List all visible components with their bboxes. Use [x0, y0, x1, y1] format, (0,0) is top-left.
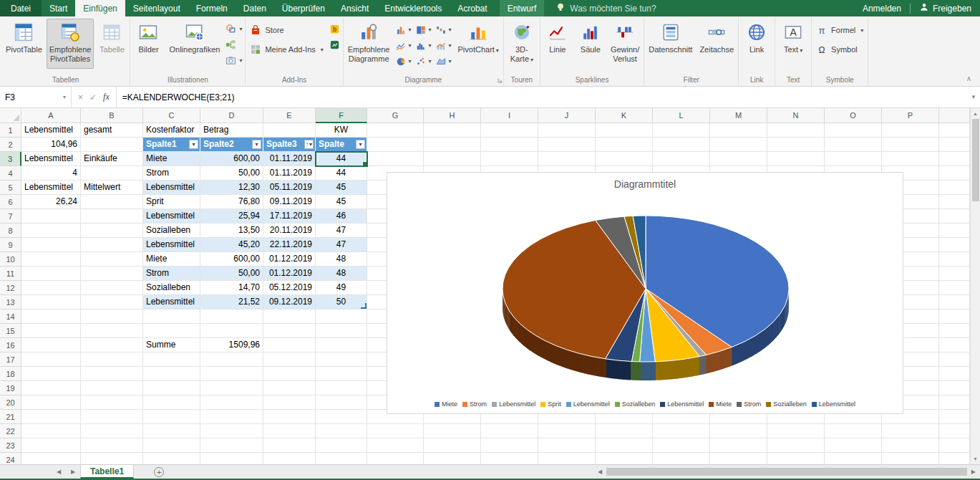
- ribbon-button-pivottable[interactable]: PivotTable: [3, 19, 45, 69]
- tab-seitenlayout[interactable]: Seitenlayout: [125, 0, 188, 16]
- cell-O24[interactable]: [825, 453, 882, 464]
- cell-B9[interactable]: [81, 238, 143, 252]
- cell-I22[interactable]: [481, 424, 538, 438]
- filter-button[interactable]: ↑▾: [304, 140, 314, 149]
- cell-H22[interactable]: [424, 424, 481, 438]
- legend-item[interactable]: Lebensmittel: [660, 400, 704, 408]
- tab-acrobat[interactable]: Acrobat: [450, 0, 495, 16]
- cell-F21[interactable]: [316, 410, 367, 424]
- cell-I2[interactable]: [481, 138, 538, 152]
- cell-N3[interactable]: [767, 152, 825, 166]
- cell-D15[interactable]: [200, 324, 263, 338]
- cell-D9[interactable]: 45,20: [200, 238, 263, 252]
- legend-item[interactable]: Sozialleben: [615, 400, 656, 408]
- cell-F6[interactable]: 45: [316, 195, 367, 209]
- tab-entwurf[interactable]: Entwurf: [500, 0, 545, 16]
- legend-item[interactable]: Strom: [462, 400, 487, 408]
- cell-E21[interactable]: [263, 410, 316, 424]
- tab-daten[interactable]: Daten: [236, 0, 274, 16]
- row-header-8[interactable]: 8: [0, 224, 21, 238]
- cell-F17[interactable]: [316, 352, 367, 367]
- cell-A8[interactable]: [21, 224, 81, 238]
- column-header-F[interactable]: F: [316, 108, 367, 123]
- column-header-I[interactable]: I: [481, 108, 538, 123]
- column-header-K[interactable]: K: [596, 108, 653, 123]
- ribbon-button-store[interactable]: Store: [247, 24, 326, 37]
- ribbon-button-onlinegrafiken[interactable]: Onlinegrafiken: [166, 19, 223, 69]
- cell-D4[interactable]: 50,00: [200, 166, 263, 181]
- ribbon-button-pivotchart[interactable]: PivotChart▾: [455, 19, 502, 69]
- formula-input[interactable]: =KALENDERWOCHE(E3;21): [117, 87, 967, 107]
- cell-F5[interactable]: 45: [316, 181, 367, 195]
- tab-start[interactable]: Start: [42, 0, 75, 16]
- cell-O22[interactable]: [825, 424, 882, 438]
- cell-E6[interactable]: 09.11.2019: [263, 195, 316, 209]
- column-header-G[interactable]: G: [367, 108, 424, 123]
- cell-I1[interactable]: [481, 123, 538, 138]
- cell-A18[interactable]: [21, 367, 81, 381]
- cell-E14[interactable]: [263, 309, 316, 324]
- cell-K3[interactable]: [596, 152, 653, 166]
- cell-B14[interactable]: [81, 309, 143, 324]
- ribbon-button-empfohlene-diagramme[interactable]: EmpfohleneDiagramme: [345, 19, 393, 69]
- cell-O2[interactable]: [825, 138, 882, 152]
- cell-K1[interactable]: [596, 123, 653, 138]
- cell-A6[interactable]: 26,24: [21, 195, 81, 209]
- cell-N23[interactable]: [767, 438, 825, 453]
- cell-B6[interactable]: [81, 195, 143, 209]
- scroll-right-icon[interactable]: ▶: [969, 469, 978, 475]
- cell-K23[interactable]: [596, 438, 653, 453]
- cell-P1[interactable]: [882, 123, 939, 138]
- ribbon-button-surface-chart[interactable]: ▾: [435, 54, 454, 69]
- ribbon-button-text[interactable]: AText▾: [777, 19, 810, 69]
- legend-item[interactable]: Miete: [709, 400, 732, 408]
- cell-A23[interactable]: [21, 438, 81, 453]
- column-header-D[interactable]: D: [200, 108, 263, 123]
- cell-D6[interactable]: 76,80: [200, 195, 263, 209]
- cell-D3[interactable]: 600,00: [200, 152, 263, 166]
- cell-B11[interactable]: [81, 267, 143, 281]
- cell-N1[interactable]: [767, 123, 825, 138]
- cell-B19[interactable]: [81, 381, 143, 395]
- cell-D13[interactable]: 21,52: [200, 295, 263, 309]
- cell-A4[interactable]: 4: [21, 166, 81, 181]
- cell-H23[interactable]: [424, 438, 481, 453]
- row-header-14[interactable]: 14: [0, 309, 21, 324]
- cell-A16[interactable]: [21, 338, 81, 352]
- ribbon-button-gewinn-verlust[interactable]: Gewinn/Verlust: [608, 19, 642, 69]
- cell-M3[interactable]: [710, 152, 767, 166]
- row-header-4[interactable]: 4: [0, 166, 21, 181]
- cell-D10[interactable]: 600,00: [200, 252, 263, 267]
- cell-D2[interactable]: Spalte2▾: [200, 138, 263, 152]
- cell-C24[interactable]: [143, 453, 200, 464]
- cell-D11[interactable]: 50,00: [200, 267, 263, 281]
- cancel-icon[interactable]: ×: [78, 92, 83, 102]
- ribbon-button-column-chart[interactable]: ▾: [394, 22, 414, 37]
- ribbon-button-meine-add-ins[interactable]: Meine Add-Ins▾: [247, 43, 326, 56]
- cell-B23[interactable]: [81, 438, 143, 453]
- cell-H24[interactable]: [424, 453, 481, 464]
- row-header-15[interactable]: 15: [0, 324, 21, 338]
- ribbon-button-shapes[interactable]: ▾: [224, 23, 243, 35]
- cell-D18[interactable]: [200, 367, 263, 381]
- cell-F15[interactable]: [316, 324, 367, 338]
- cell-F22[interactable]: [316, 424, 367, 438]
- ribbon-button-line-chart[interactable]: ▾: [394, 38, 414, 53]
- row-header-6[interactable]: 6: [0, 195, 21, 209]
- cell-C1[interactable]: Kostenfaktor: [143, 123, 200, 138]
- cell-F14[interactable]: [316, 309, 367, 324]
- cell-G23[interactable]: [367, 438, 424, 453]
- cell-K24[interactable]: [596, 453, 653, 464]
- cell-G2[interactable]: [367, 138, 424, 152]
- collapse-ribbon-button[interactable]: ∧: [962, 74, 976, 83]
- row-header-24[interactable]: 24: [0, 453, 21, 464]
- share-button[interactable]: Freigeben: [919, 2, 971, 14]
- cell-J22[interactable]: [538, 424, 596, 438]
- cell-A20[interactable]: [21, 395, 81, 410]
- cell-F19[interactable]: [316, 381, 367, 395]
- cell-E15[interactable]: [263, 324, 316, 338]
- sign-in-button[interactable]: Anmelden: [863, 4, 901, 14]
- ribbon-button-smartart[interactable]: [224, 39, 243, 51]
- row-header-23[interactable]: 23: [0, 438, 21, 453]
- cell-D7[interactable]: 25,94: [200, 209, 263, 224]
